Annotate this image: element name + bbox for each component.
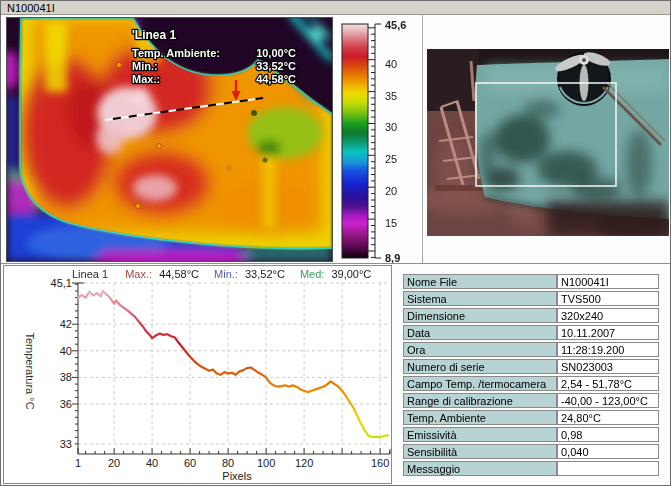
table-row: Emissività0,98 (403, 427, 659, 442)
svg-text:120: 120 (295, 457, 313, 469)
svg-text:45,1: 45,1 (51, 277, 72, 289)
legend-min-label: Min.: (214, 268, 238, 280)
property-label: Campo Temp. /termocamera (403, 376, 557, 391)
property-value: 0,040 (557, 444, 659, 459)
legend-med-value: 39,00°C (331, 268, 371, 280)
legend-max-value: 44,58°C (159, 268, 199, 280)
property-value: TVS500 (557, 291, 659, 306)
profile-chart-panel[interactable]: 45,14240383633120406080100120160Pixels L… (3, 265, 392, 484)
property-label: Ora (403, 342, 557, 357)
table-row: Data10.11.2007 (403, 325, 659, 340)
svg-text:20: 20 (108, 457, 120, 469)
scale-tick-label: 35 (385, 90, 397, 102)
svg-text:42: 42 (60, 318, 72, 330)
thermal-row-value: 10,00°C (256, 47, 296, 59)
scale-tick-label: 20 (385, 185, 397, 197)
scale-gradient-bar (342, 24, 368, 258)
svg-text:100: 100 (257, 457, 275, 469)
property-label: Emissività (403, 427, 557, 442)
thermal-row-label: Temp. Ambiente: (132, 47, 220, 59)
y-axis-title: Temperatura °C (22, 306, 36, 436)
properties-table: Nome FileN100041ISistemaTVS500Dimensione… (403, 272, 659, 478)
svg-text:160: 160 (371, 457, 389, 469)
properties-table-body: Nome FileN100041ISistemaTVS500Dimensione… (403, 274, 659, 476)
svg-text:80: 80 (222, 457, 234, 469)
window-title: N100041I (7, 2, 55, 14)
table-row: Dimensione320x240 (403, 308, 659, 323)
svg-text:38: 38 (60, 371, 72, 383)
table-row: Temp. Ambiente24,80°C (403, 410, 659, 425)
svg-text:36: 36 (60, 398, 72, 410)
temperature-scale: 45,6 40 35 30 25 20 15 8,9 (333, 13, 423, 265)
property-label: Sistema (403, 291, 557, 306)
table-row: SistemaTVS500 (403, 291, 659, 306)
svg-text:40: 40 (146, 457, 158, 469)
property-value: 0,98 (557, 427, 659, 442)
property-label: Range di calibrazione (403, 393, 557, 408)
legend-max-label: Max.: (125, 268, 152, 280)
table-row: Numero di serieSN023003 (403, 359, 659, 374)
legend-min-value: 33,52°C (245, 268, 285, 280)
table-row: Sensibilità0,040 (403, 444, 659, 459)
scale-tick-label: 30 (385, 121, 397, 133)
svg-text:40: 40 (60, 345, 72, 357)
vertical-divider (422, 15, 423, 263)
svg-text:Pixels: Pixels (222, 470, 252, 482)
chart-legend: Linea 1 Max.: 44,58°C Min.: 33,52°C Med:… (72, 268, 383, 280)
property-value: 24,80°C (557, 410, 659, 425)
property-value: 10.11.2007 (557, 325, 659, 340)
property-value: 11:28:19.200 (557, 342, 659, 357)
profile-chart[interactable]: 45,14240383633120406080100120160Pixels (4, 266, 391, 483)
app-window: N100041I (0, 0, 671, 486)
property-value: 320x240 (557, 308, 659, 323)
property-value: -40,00 - 123,00°C (557, 393, 659, 408)
table-row: Nome FileN100041I (403, 274, 659, 289)
scale-tick-label: 15 (385, 217, 397, 229)
property-value: N100041I (557, 274, 659, 289)
svg-text:1: 1 (75, 457, 81, 469)
svg-text:60: 60 (184, 457, 196, 469)
property-label: Data (403, 325, 557, 340)
property-label: Messaggio (403, 461, 557, 476)
hull-shadow (547, 201, 669, 236)
property-label: Sensibilità (403, 444, 557, 459)
scale-max-label: 45,6 (385, 19, 406, 31)
temperature-profile-line (78, 291, 388, 437)
thermal-image-canvas[interactable]: 'Linea 1 Temp. Ambiente: 10,00°C Min.: 3… (7, 18, 332, 261)
scale-tick-label: 25 (385, 153, 397, 165)
svg-text:33: 33 (60, 438, 72, 450)
property-label: Numero di serie (403, 359, 557, 374)
horizontal-divider (1, 263, 671, 264)
property-value: 2,54 - 51,78°C (557, 376, 659, 391)
table-row: Range di calibrazione-40,00 - 123,00°C (403, 393, 659, 408)
table-row: Messaggio (403, 461, 659, 476)
thermal-line-title: 'Linea 1 (132, 28, 177, 42)
property-value (557, 461, 659, 476)
property-label: Temp. Ambiente (403, 410, 557, 425)
thermal-row-label: Max.: (132, 73, 160, 85)
thermal-image-panel[interactable]: 'Linea 1 Temp. Ambiente: 10,00°C Min.: 3… (6, 17, 333, 262)
scale-tick-label: 40 (385, 58, 397, 70)
legend-med-label: Med: (300, 268, 324, 280)
table-row: Ora11:28:19.200 (403, 342, 659, 357)
property-label: Dimensione (403, 308, 557, 323)
property-value: SN023003 (557, 359, 659, 374)
thermal-row-label: Min.: (132, 60, 158, 72)
thermal-row-value: 33,52°C (256, 60, 296, 72)
property-label: Nome File (403, 274, 557, 289)
visible-photo-canvas[interactable] (427, 49, 669, 236)
visible-photo-panel[interactable] (427, 49, 669, 236)
table-row: Campo Temp. /termocamera2,54 - 51,78°C (403, 376, 659, 391)
thermal-row-value: 44,58°C (256, 73, 296, 85)
legend-series-name: Linea 1 (72, 268, 108, 280)
